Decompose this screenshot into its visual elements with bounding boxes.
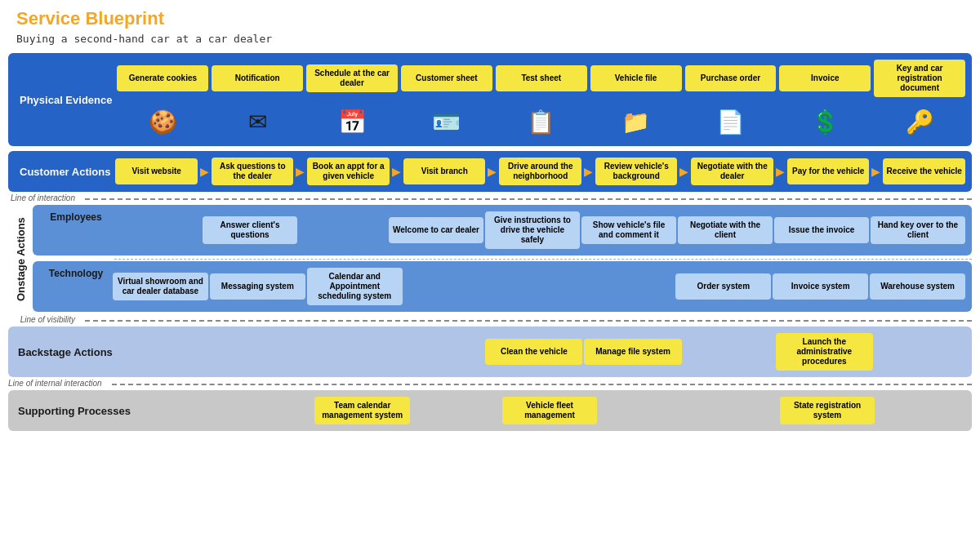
bs-card-5: Manage file system <box>584 339 681 365</box>
customer-actions-cards: Visit website▶Ask questions to the deale… <box>115 158 965 185</box>
card-5: Show vehicle's file and comment it <box>581 216 676 244</box>
customer-arrow-5: ▶ <box>679 165 688 178</box>
physical-card-2: Schedule at the car dealer <box>306 64 398 92</box>
bs-card-2: Team calendar management system <box>314 397 410 424</box>
physical-evidence-row: Physical Evidence Generate cookiesNotifi… <box>8 53 972 146</box>
placeholder-3 <box>404 273 493 300</box>
physical-icon-8: 🔑 <box>874 104 965 140</box>
bs-placeholder-3 <box>393 339 483 365</box>
physical-evidence-cards: Generate cookiesNotificationSchedule at … <box>117 60 965 97</box>
card-7: Issue the invoice <box>774 217 869 243</box>
physical-card-3: Customer sheet <box>401 65 492 91</box>
line-of-visibility-line <box>85 320 972 322</box>
customer-arrow-1: ▶ <box>296 165 305 178</box>
bs-placeholder-8 <box>876 398 965 424</box>
bs-card-4: Vehicle fleet management <box>502 397 598 424</box>
card-7: Invoice system <box>773 273 868 300</box>
customer-card-6: Negotiate with the dealer <box>691 158 773 185</box>
card-6: Order system <box>675 273 771 300</box>
placeholder-2 <box>299 217 387 243</box>
customer-arrow-4: ▶ <box>584 165 593 178</box>
page-subtitle: Buying a second-hand car at a car dealer <box>8 33 972 45</box>
physical-icon-1: ✉ <box>212 104 303 140</box>
physical-evidence-label: Physical Evidence <box>15 60 117 140</box>
customer-card-1: Ask questions to the dealer <box>212 158 294 185</box>
customer-actions-row: Customer Actions Visit website▶Ask quest… <box>8 151 972 192</box>
customer-card-2: Book an appt for a given vehicle <box>307 158 390 185</box>
supporting-cards: Team calendar management systemVehicle f… <box>134 397 965 424</box>
placeholder-0 <box>113 217 201 243</box>
line-of-internal-label: Line of internal interaction <box>8 379 109 389</box>
bs-placeholder-0 <box>134 398 223 424</box>
physical-icon-5: 📁 <box>590 104 682 140</box>
line-of-visibility-label: Line of visibility <box>8 315 82 325</box>
bs-card-7: Launch the administrative procedures <box>776 333 873 371</box>
bs-card-7: State registration system <box>780 397 875 424</box>
onstage-label: Onstage Actions <box>8 205 33 313</box>
employees-label: Employees <box>39 211 113 249</box>
physical-card-4: Test sheet <box>496 65 587 91</box>
supporting-label: Supporting Processes <box>15 405 134 417</box>
line-of-interaction-label: Line of interaction <box>8 193 82 203</box>
employees-cards: Answer client's questionsWelcome to car … <box>113 211 965 249</box>
bs-placeholder-5 <box>599 398 688 424</box>
bs-placeholder-6 <box>689 398 778 424</box>
technology-row: Technology Virtual showroom and car deal… <box>33 261 972 312</box>
supporting-row: Supporting Processes Team calendar manag… <box>8 390 972 431</box>
customer-arrow-7: ▶ <box>871 165 880 178</box>
line-of-internal: Line of internal interaction <box>8 379 972 389</box>
card-8: Hand key over to the client <box>871 216 965 244</box>
customer-card-0: Visit website <box>115 158 198 184</box>
customer-card-7: Pay for the vehicle <box>787 158 870 184</box>
physical-card-0: Generate cookies <box>117 65 208 91</box>
bs-placeholder-1 <box>225 398 314 424</box>
card-1: Messaging system <box>210 273 305 300</box>
bs-placeholder-1 <box>208 339 299 365</box>
physical-icon-2: 📅 <box>306 104 398 140</box>
physical-card-1: Notification <box>212 65 303 91</box>
customer-card-3: Visit branch <box>403 158 486 184</box>
placeholder-4 <box>495 273 584 300</box>
bs-placeholder-0 <box>116 339 207 365</box>
customer-card-8: Receive the vehicle <box>883 158 965 184</box>
page-title: Service Blueprint <box>8 8 972 29</box>
physical-evidence-content: Generate cookiesNotificationSchedule at … <box>117 60 965 140</box>
onstage-section: Onstage Actions Employees Answer client'… <box>8 205 972 313</box>
backstage-cards: Clean the vehicleManage file systemLaunc… <box>116 333 965 371</box>
physical-icon-4: 📋 <box>496 104 587 140</box>
card-0: Virtual showroom and car dealer database <box>113 273 208 300</box>
line-of-internal-line <box>112 384 972 385</box>
customer-card-4: Drive around the neighborhood <box>499 158 581 185</box>
bs-placeholder-8 <box>875 339 965 365</box>
line-of-visibility: Line of visibility <box>8 315 972 325</box>
customer-arrow-6: ▶ <box>776 165 785 178</box>
customer-arrow-3: ▶ <box>488 165 497 178</box>
employees-row: Employees Answer client's questionsWelco… <box>33 205 972 255</box>
customer-actions-label: Customer Actions <box>15 166 115 178</box>
customer-arrow-2: ▶ <box>392 165 401 178</box>
physical-card-8: Key and car registration document <box>874 60 965 97</box>
technology-cards: Virtual showroom and car dealer database… <box>113 268 965 305</box>
card-4: Give instructions to drive the vehicle s… <box>485 211 580 249</box>
physical-icon-0: 🍪 <box>117 104 208 140</box>
card-3: Welcome to car dealer <box>389 217 483 243</box>
backstage-label: Backstage Actions <box>15 346 116 358</box>
physical-card-5: Vehicle file <box>590 65 682 91</box>
physical-card-7: Invoice <box>779 65 871 91</box>
bs-placeholder-6 <box>684 339 774 365</box>
card-8: Warehouse system <box>870 273 965 300</box>
customer-card-5: Review vehicle's background <box>595 158 678 185</box>
card-2: Calendar and Appointment scheduling syst… <box>307 268 403 305</box>
card-6: Negotiate with the client <box>678 216 773 244</box>
backstage-row: Backstage Actions Clean the vehicleManag… <box>8 327 972 377</box>
line-of-interaction-line <box>85 198 972 200</box>
bs-card-4: Clean the vehicle <box>485 339 582 365</box>
physical-icon-7: 💲 <box>779 104 871 140</box>
physical-icon-6: 📄 <box>685 104 777 140</box>
physical-card-6: Purchase order <box>685 65 777 91</box>
physical-evidence-icons: 🍪✉📅🪪📋📁📄💲🔑 <box>117 104 965 140</box>
employee-tech-separator <box>114 259 972 260</box>
card-1: Answer client's questions <box>203 216 297 244</box>
line-of-interaction: Line of interaction <box>8 193 972 203</box>
placeholder-5 <box>585 273 674 300</box>
